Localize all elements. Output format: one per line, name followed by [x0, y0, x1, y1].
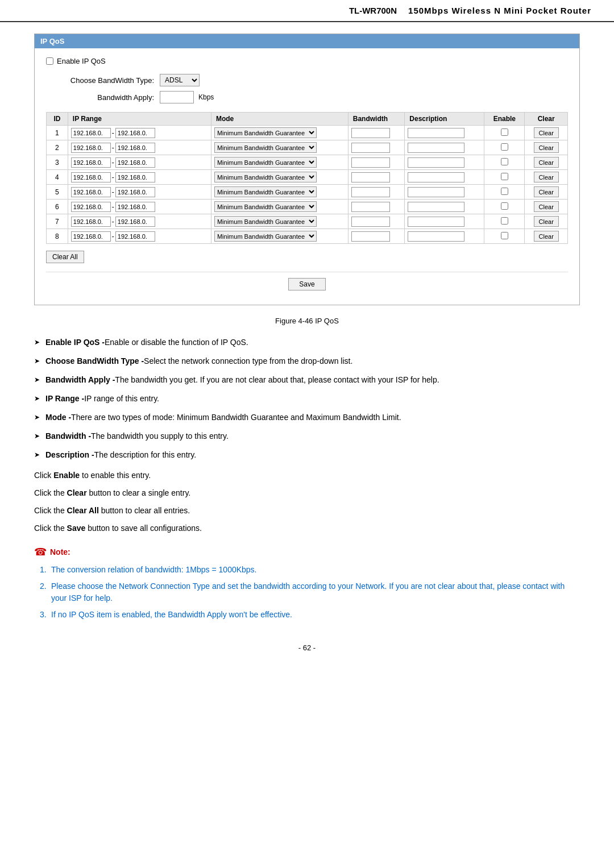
mode-select[interactable]: Minimum Bandwidth Guarantee Maximum Band… [214, 186, 317, 197]
desc-bold: Description - [45, 449, 94, 461]
ip-to-input[interactable] [115, 172, 155, 182]
note-header: ☎ Note: [34, 546, 580, 558]
col-header-description: Description [405, 113, 484, 126]
cell-id: 2 [47, 140, 68, 155]
ip-from-input[interactable] [71, 157, 111, 168]
clear-button[interactable]: Clear [534, 216, 559, 227]
enable-qos-checkbox[interactable] [46, 57, 53, 65]
ip-from-input[interactable] [71, 217, 111, 227]
header-row: ID IP Range Mode Bandwidth Description E… [47, 113, 568, 126]
col-header-bandwidth: Bandwidth [348, 113, 405, 126]
cell-ip: - [68, 155, 211, 170]
table-row: 8 - Minimum Bandwidth Guarantee Maximum … [47, 229, 568, 244]
mode-select[interactable]: Minimum Bandwidth Guarantee Maximum Band… [214, 157, 317, 168]
cell-enable [484, 155, 525, 170]
ip-separator: - [112, 218, 114, 226]
mode-select[interactable]: Minimum Bandwidth Guarantee Maximum Band… [214, 142, 317, 153]
clear-button[interactable]: Clear [534, 127, 559, 138]
description-input[interactable] [408, 202, 464, 212]
mode-select[interactable]: Minimum Bandwidth Guarantee Maximum Band… [214, 231, 317, 242]
cell-bandwidth [348, 126, 405, 140]
clear-button[interactable]: Clear [534, 157, 559, 168]
cell-ip: - [68, 126, 211, 140]
bandwidth-input[interactable] [351, 217, 390, 227]
save-row: Save [46, 272, 568, 296]
bandwidth-input[interactable] [351, 187, 390, 197]
cell-id: 4 [47, 170, 68, 185]
ip-from-input[interactable] [71, 128, 111, 138]
ip-to-input[interactable] [115, 157, 155, 168]
bandwidth-input[interactable] [351, 143, 390, 153]
bandwidth-input[interactable] [351, 157, 390, 168]
cell-id: 6 [47, 200, 68, 214]
cell-enable [484, 170, 525, 185]
desc-text: Select the network connection type from … [144, 355, 352, 367]
bw-apply-field[interactable]: 1000 [160, 91, 194, 103]
table-row: 3 - Minimum Bandwidth Guarantee Maximum … [47, 155, 568, 170]
enable-checkbox[interactable] [501, 143, 508, 151]
qos-table: ID IP Range Mode Bandwidth Description E… [46, 112, 568, 244]
table-row: 1 - Minimum Bandwidth Guarantee Maximum … [47, 126, 568, 140]
ip-to-input[interactable] [115, 202, 155, 212]
ip-to-input[interactable] [115, 231, 155, 242]
mode-select[interactable]: Minimum Bandwidth Guarantee Maximum Band… [214, 216, 317, 227]
clear-button[interactable]: Clear [534, 186, 559, 197]
mode-select[interactable]: Minimum Bandwidth Guarantee Maximum Band… [214, 172, 317, 182]
enable-checkbox[interactable] [501, 188, 508, 195]
clear-button[interactable]: Clear [534, 201, 559, 212]
enable-checkbox[interactable] [501, 202, 508, 210]
clear-button[interactable]: Clear [534, 231, 559, 242]
cell-enable [484, 214, 525, 229]
ip-from-input[interactable] [71, 202, 111, 212]
note-item: 3. If no IP QoS item is enabled, the Ban… [40, 609, 580, 621]
page-number: - 62 - [298, 643, 316, 652]
ip-to-input[interactable] [115, 143, 155, 153]
cell-id: 8 [47, 229, 68, 244]
bandwidth-input[interactable] [351, 231, 390, 242]
description-input[interactable] [408, 187, 464, 197]
ip-to-input[interactable] [115, 187, 155, 197]
cell-enable [484, 140, 525, 155]
desc-text: There are two types of mode: Minimum Ban… [71, 412, 401, 423]
ip-to-input[interactable] [115, 128, 155, 138]
click-texts: Click Enable to enable this entry.Click … [34, 470, 580, 534]
ip-from-input[interactable] [71, 187, 111, 197]
enable-checkbox[interactable] [501, 217, 508, 225]
clear-all-button[interactable]: Clear All [46, 251, 84, 263]
save-button[interactable]: Save [288, 278, 325, 290]
enable-checkbox[interactable] [501, 158, 508, 165]
model-description: 150Mbps Wireless N Mini Pocket Router [408, 6, 591, 15]
clear-button[interactable]: Clear [534, 172, 559, 182]
mode-select[interactable]: Minimum Bandwidth Guarantee Maximum Band… [214, 127, 317, 138]
note-number: 2. [40, 580, 51, 592]
desc-text: The description for this entry. [94, 449, 196, 461]
ip-from-input[interactable] [71, 231, 111, 242]
cell-bandwidth [348, 155, 405, 170]
description-item: Bandwidth - The bandwidth you supply to … [34, 430, 580, 442]
ip-to-input[interactable] [115, 217, 155, 227]
ip-from-input[interactable] [71, 172, 111, 182]
enable-checkbox[interactable] [501, 173, 508, 180]
description-input[interactable] [408, 143, 464, 153]
description-input[interactable] [408, 128, 464, 138]
bw-type-select[interactable]: ADSL Other [160, 74, 200, 86]
ip-separator: - [112, 144, 114, 152]
bandwidth-input[interactable] [351, 128, 390, 138]
description-input[interactable] [408, 157, 464, 168]
cell-mode: Minimum Bandwidth Guarantee Maximum Band… [211, 229, 348, 244]
description-input[interactable] [408, 231, 464, 242]
mode-select[interactable]: Minimum Bandwidth Guarantee Maximum Band… [214, 201, 317, 212]
cell-description [405, 214, 484, 229]
bandwidth-input[interactable] [351, 202, 390, 212]
click-text-after: button to clear a single entry. [87, 488, 191, 497]
bandwidth-input[interactable] [351, 172, 390, 182]
description-input[interactable] [408, 172, 464, 182]
description-input[interactable] [408, 217, 464, 227]
enable-checkbox[interactable] [501, 232, 508, 239]
cell-clear: Clear [525, 229, 568, 244]
click-text-after: to enable this entry. [80, 471, 151, 480]
clear-button[interactable]: Clear [534, 142, 559, 153]
enable-checkbox[interactable] [501, 128, 508, 136]
ip-from-input[interactable] [71, 143, 111, 153]
cell-description [405, 170, 484, 185]
